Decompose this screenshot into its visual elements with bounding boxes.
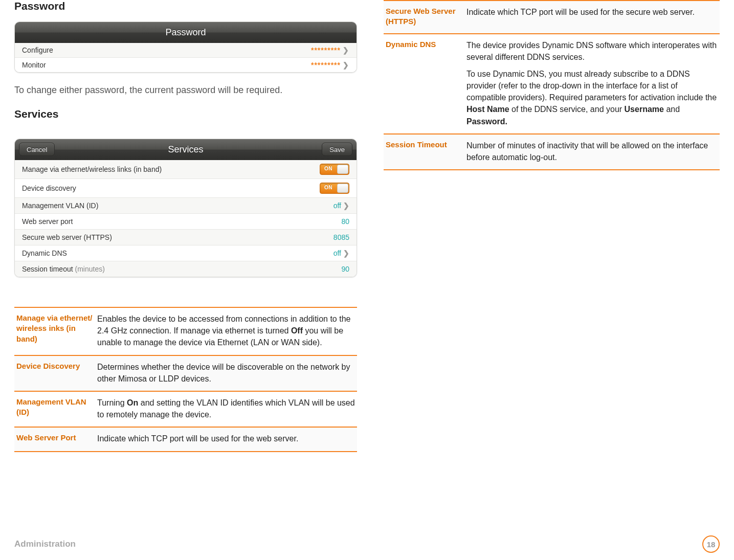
- services-row-label: Manage via ethernet/wireless links (in b…: [22, 165, 162, 173]
- password-row-label: Configure: [22, 46, 53, 54]
- toggle-switch[interactable]: ON: [320, 183, 349, 194]
- definition-row: Management VLAN (ID)Turning On and setti…: [14, 391, 357, 427]
- table-bottom-rule: [14, 451, 357, 452]
- definition-description: Turning On and setting the VLAN ID ident…: [97, 397, 355, 420]
- heading-password: Password: [14, 0, 357, 12]
- password-row-configure[interactable]: Configure ********* ❯: [15, 43, 357, 57]
- services-row-label: Management VLAN (ID): [22, 201, 98, 210]
- services-row-label: Session timeout (minutes): [22, 265, 105, 273]
- password-masked: *********: [311, 46, 341, 54]
- save-button[interactable]: Save: [322, 143, 352, 156]
- definition-term: Manage via ethernet/ wireless inks (in b…: [16, 313, 94, 344]
- password-row-value: ********* ❯: [311, 46, 349, 54]
- services-value-text: 90: [341, 265, 349, 273]
- password-row-value: ********* ❯: [311, 61, 349, 69]
- services-value-text: off: [333, 249, 341, 257]
- services-row-label: Device discovery: [22, 184, 76, 192]
- services-panel-title: Services: [168, 144, 203, 154]
- definition-description: The device provides Dynamic DNS software…: [466, 39, 718, 127]
- definitions-table-right: Secure Web Server (HTTPS)Indicate which …: [384, 0, 720, 170]
- services-row-value: 90: [341, 265, 349, 273]
- services-row-label: Secure web server (HTTPS): [22, 233, 112, 241]
- toggle-knob: [337, 184, 348, 193]
- password-row-label: Monitor: [22, 61, 46, 69]
- password-panel: Password Configure ********* ❯ Monitor *…: [14, 21, 357, 73]
- definition-description: Determines whether the device will be di…: [97, 361, 355, 385]
- definition-description: Enables the device to be accessed from c…: [97, 313, 355, 349]
- services-row-label: Web server port: [22, 217, 73, 226]
- definition-term: Dynamic DNS: [386, 39, 463, 50]
- definition-term: Secure Web Server (HTTPS): [386, 6, 463, 27]
- services-row: Secure web server (HTTPS)8085: [15, 229, 357, 245]
- services-row-value: off ❯: [333, 201, 349, 210]
- heading-services: Services: [14, 108, 357, 120]
- definitions-table-left: Manage via ethernet/ wireless inks (in b…: [14, 307, 357, 452]
- services-row[interactable]: Dynamic DNSoff ❯: [15, 245, 357, 261]
- page-footer: Administration 18: [14, 535, 720, 553]
- password-row-monitor[interactable]: Monitor ********* ❯: [15, 57, 357, 72]
- services-row-label: Dynamic DNS: [22, 249, 67, 257]
- services-value-text: 8085: [333, 233, 349, 241]
- definition-row: Manage via ethernet/ wireless inks (in b…: [14, 307, 357, 355]
- chevron-right-icon: ❯: [343, 61, 349, 69]
- chevron-right-icon: ❯: [343, 201, 349, 210]
- definition-term: Web Server Port: [16, 433, 94, 443]
- definition-description: Indicate which TCP port will be used for…: [466, 6, 718, 18]
- definition-row: Secure Web Server (HTTPS)Indicate which …: [384, 0, 720, 33]
- services-row-value: 8085: [333, 233, 349, 241]
- definition-row: Web Server PortIndicate which TCP port w…: [14, 427, 357, 451]
- cancel-button[interactable]: Cancel: [19, 143, 55, 156]
- services-row-value: 80: [341, 217, 349, 226]
- services-value-text: 80: [341, 217, 349, 226]
- services-value-text: off: [333, 201, 341, 210]
- footer-section-title: Administration: [14, 539, 76, 549]
- definition-term: Session Timeout: [386, 140, 463, 150]
- services-row: Device discoveryON: [15, 178, 357, 197]
- services-panel: Cancel Services Save Manage via ethernet…: [14, 139, 357, 277]
- services-panel-body: Manage via ethernet/wireless links (in b…: [15, 160, 357, 277]
- definition-description: Indicate which TCP port will be used for…: [97, 433, 355, 444]
- password-masked: *********: [311, 61, 341, 69]
- services-row: Web server port80: [15, 213, 357, 229]
- definition-term: Device Discovery: [16, 361, 94, 371]
- services-row: Session timeout (minutes)90: [15, 261, 357, 277]
- password-panel-title: Password: [15, 22, 357, 43]
- toggle-on-label: ON: [324, 166, 332, 171]
- toggle-on-label: ON: [324, 185, 332, 190]
- definition-term: Management VLAN (ID): [16, 397, 94, 418]
- services-row[interactable]: Management VLAN (ID)off ❯: [15, 197, 357, 213]
- toggle-switch[interactable]: ON: [320, 164, 349, 175]
- definition-row: Device DiscoveryDetermines whether the d…: [14, 355, 357, 391]
- services-row-value: off ❯: [333, 249, 349, 257]
- password-note: To change either password, the current p…: [14, 85, 357, 96]
- chevron-right-icon: ❯: [343, 249, 349, 257]
- password-panel-body: Configure ********* ❯ Monitor ********* …: [15, 43, 357, 72]
- definition-row: Dynamic DNSThe device provides Dynamic D…: [384, 33, 720, 133]
- definition-description: Number of minutes of inactivity that wil…: [466, 140, 718, 163]
- toggle-knob: [337, 165, 348, 174]
- services-panel-header: Cancel Services Save: [15, 139, 357, 160]
- table-bottom-rule: [384, 169, 720, 170]
- page-number-badge: 18: [702, 535, 720, 553]
- definition-row: Session TimeoutNumber of minutes of inac…: [384, 133, 720, 169]
- chevron-right-icon: ❯: [343, 46, 349, 54]
- services-row: Manage via ethernet/wireless links (in b…: [15, 160, 357, 178]
